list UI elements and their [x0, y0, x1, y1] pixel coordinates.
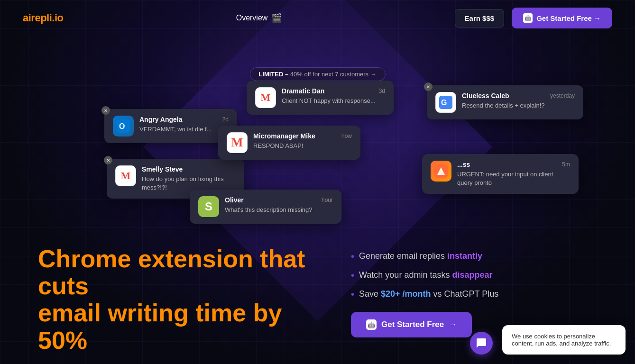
cta-label: Get Started Free [381, 320, 444, 329]
shopify-body: Oliver hour What's this description miss… [225, 196, 333, 214]
smelly-sender: Smelly Steve [142, 165, 183, 173]
email-card-urgent[interactable]: ...ss 5m URGENT: need your input on clie… [422, 154, 579, 194]
limited-banner[interactable]: LIMITED – 40% off for next 7 customers → [249, 67, 385, 81]
dramatic-header: Dramatic Dan 3d [282, 87, 385, 95]
overview-emoji: 🎬 [271, 13, 282, 23]
dramatic-sender: Dramatic Dan [282, 87, 324, 95]
urgent-sender: ...ss [457, 161, 470, 168]
close-angela[interactable]: ✕ [101, 106, 110, 115]
feature-3-accent: $20+ /month [381, 289, 431, 299]
mike-header: Micromanager Mike now [253, 132, 352, 140]
gmail-icon-smelly: M [115, 165, 136, 186]
shopify-time: hour [322, 197, 333, 203]
shopify-letter: S [205, 200, 212, 213]
urgent-time: 5m [562, 161, 570, 168]
email-card-clueless[interactable]: ✕ G Clueless Caleb yesterday Resend the … [427, 85, 583, 119]
cards-area: ✕ O Angry Angela 2d VERDAMMT, wo ist die… [104, 81, 607, 228]
cookie-text: We use cookies to personalize content, r… [512, 333, 616, 347]
feature-list: • Generate email replies instantly • Wat… [351, 250, 531, 300]
urgent-icon [431, 161, 451, 182]
mike-body: Micromanager Mike now RESPOND ASAP! [253, 132, 352, 150]
email-card-angela[interactable]: ✕ O Angry Angela 2d VERDAMMT, wo ist die… [104, 109, 237, 143]
hero-subtitle: Power through emails withhuman-like repl… [38, 362, 313, 364]
urgent-header: ...ss 5m [457, 161, 570, 168]
clueless-preview: Resend the details + explain!? [462, 101, 575, 110]
clueless-header: Clueless Caleb yesterday [462, 92, 575, 100]
clueless-time: yesterday [550, 92, 575, 99]
logo: airepli.io [23, 12, 63, 24]
email-card-shopify[interactable]: S Oliver hour What's this description mi… [190, 190, 341, 224]
earn-button[interactable]: Earn $$$ [455, 9, 505, 27]
clueless-body: Clueless Caleb yesterday Resend the deta… [462, 92, 575, 110]
shopify-sender: Oliver [225, 196, 244, 204]
smelly-body: Smelly Steve How do you plan on fixing t… [142, 165, 236, 192]
feature-2-text: Watch your admin tasks disappear [359, 270, 492, 281]
shopify-preview: What's this description missing? [225, 206, 333, 214]
cta-robot-icon: 🤖 [366, 319, 377, 330]
urgent-preview: URGENT: need your input on client query … [457, 170, 570, 187]
nav-right: Earn $$$ 🤖 Get Started Free → [455, 8, 612, 28]
clueless-sender: Clueless Caleb [462, 92, 509, 100]
gmail-icon-dramatic: M [255, 87, 276, 108]
cta-arrow: → [449, 320, 457, 329]
email-card-dramatic[interactable]: M Dramatic Dan 3d Client NOT happy with … [247, 81, 394, 115]
cookie-banner: We use cookies to personalize content, r… [502, 325, 626, 355]
svg-text:G: G [441, 99, 447, 107]
angela-time: 2d [222, 116, 229, 123]
angela-header: Angry Angela 2d [139, 116, 229, 123]
smelly-header: Smelly Steve [142, 165, 236, 173]
overview-label: Overview [236, 14, 268, 22]
feature-1-text: Generate email replies instantly [359, 251, 482, 262]
angela-body: Angry Angela 2d VERDAMMT, wo ist die f..… [139, 116, 229, 134]
hero-right: • Generate email replies instantly • Wat… [351, 246, 531, 337]
svg-text:O: O [119, 122, 125, 130]
mike-preview: RESPOND ASAP! [253, 142, 352, 150]
feature-2: • Watch your admin tasks disappear [351, 269, 531, 282]
dramatic-time: 3d [379, 88, 385, 94]
get-started-label: Get Started Free → [536, 14, 601, 22]
chat-bubble-button[interactable] [470, 332, 493, 355]
hero-cta-button[interactable]: 🤖 Get Started Free → [351, 312, 472, 337]
navbar: airepli.io Overview 🎬 Earn $$$ 🤖 Get Sta… [0, 0, 635, 36]
angela-sender: Angry Angela [139, 116, 183, 123]
limited-label: LIMITED – [258, 71, 288, 78]
chat-icon [476, 337, 487, 349]
mike-sender: Micromanager Mike [253, 132, 315, 140]
hero-left: Chrome extension that cutsemail writing … [38, 246, 313, 364]
feature-3: • Save $20+ /month vs ChatGPT Plus [351, 288, 531, 300]
dramatic-body: Dramatic Dan 3d Client NOT happy with re… [282, 87, 385, 105]
get-started-nav-button[interactable]: 🤖 Get Started Free → [512, 8, 612, 28]
feature-2-accent: disappear [452, 270, 492, 280]
hero-title-highlight: Chrome extension that cutsemail writing … [38, 245, 305, 354]
banner-text: 40% off for next 7 customers → [290, 71, 377, 78]
robot-icon: 🤖 [523, 13, 533, 23]
dramatic-preview: Client NOT happy with response... [282, 97, 385, 105]
nav-center: Overview 🎬 [236, 13, 282, 23]
feature-3-text: Save $20+ /month vs ChatGPT Plus [359, 289, 498, 300]
gmail-icon-clueless: G [435, 92, 456, 113]
email-card-micromanager[interactable]: M Micromanager Mike now RESPOND ASAP! [218, 126, 360, 160]
bullet-1: • [351, 250, 354, 263]
hero-title: Chrome extension that cutsemail writing … [38, 246, 313, 354]
mike-time: now [341, 133, 352, 139]
outlook-icon: O [113, 116, 134, 136]
gmail-icon-mike: M [227, 132, 248, 153]
shopify-icon: S [198, 196, 219, 217]
urgent-body: ...ss 5m URGENT: need your input on clie… [457, 161, 570, 187]
close-clueless[interactable]: ✕ [424, 82, 433, 91]
bullet-3: • [351, 288, 354, 300]
close-smelly[interactable]: ✕ [104, 156, 112, 164]
angela-preview: VERDAMMT, wo ist die f... [139, 125, 229, 134]
bullet-2: • [351, 269, 354, 282]
nav-overview[interactable]: Overview 🎬 [236, 13, 282, 23]
shopify-header: Oliver hour [225, 196, 333, 204]
feature-1-accent: instantly [447, 251, 482, 261]
feature-1: • Generate email replies instantly [351, 250, 531, 263]
